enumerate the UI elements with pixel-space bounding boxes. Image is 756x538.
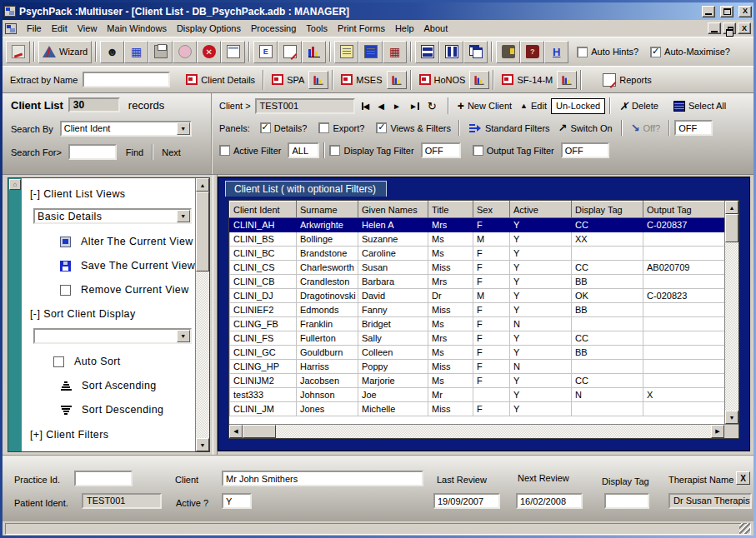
display-tag-filter-checkbox[interactable] <box>329 145 340 156</box>
table-row[interactable]: CLINI_CSCharlesworthSusanMissFYCCAB02070… <box>230 261 725 275</box>
mdi-system-icon[interactable] <box>5 23 17 34</box>
column-header[interactable]: Given Names <box>358 202 428 218</box>
card-view-button[interactable] <box>221 41 245 63</box>
client-button[interactable]: ☻ <box>100 41 124 63</box>
menu-display-options[interactable]: Display Options <box>172 22 246 35</box>
episode-button[interactable]: E <box>253 41 278 63</box>
search-by-dropdown-button[interactable]: ▼ <box>177 122 190 135</box>
sidebar-pin-button[interactable]: ⌂ <box>9 179 21 190</box>
sf14m-button[interactable]: SF-14-M <box>498 68 557 91</box>
current-client-field[interactable]: TEST001 <box>255 98 355 114</box>
view-combo-dropdown-button[interactable]: ▼ <box>177 210 190 222</box>
nav-next-button[interactable]: ► <box>393 102 401 111</box>
delete-client-button[interactable]: ✗Delete <box>615 98 663 114</box>
save-view-item[interactable]: Save The Current View <box>60 260 193 271</box>
auto-sort-item[interactable]: Auto Sort <box>53 356 193 367</box>
table-scroll-down-button[interactable]: ▼ <box>725 411 738 424</box>
client-name-input[interactable] <box>222 471 423 486</box>
wizard-button[interactable]: Wizard <box>38 41 92 63</box>
table-row[interactable]: CLINI_BSBollingeSuzanneMsMYXX <box>230 232 725 247</box>
demo-button[interactable] <box>496 41 520 63</box>
sort-descending-item[interactable]: Sort Descending <box>60 404 193 416</box>
nav-first-button[interactable]: ◀ <box>362 102 370 111</box>
table-scroll-left-button[interactable]: ◀ <box>229 425 243 438</box>
column-header[interactable]: Active <box>510 202 572 218</box>
menu-help[interactable]: Help <box>390 22 419 35</box>
nav-prev-button[interactable]: ◀ <box>378 102 384 111</box>
client-details-button[interactable]: Client Details <box>182 68 259 91</box>
table-vscroll-thumb[interactable] <box>725 214 738 242</box>
table-scroll-up-button[interactable]: ▲ <box>725 201 738 214</box>
mses-chart-button[interactable] <box>387 71 407 89</box>
alerts-button[interactable] <box>173 41 197 63</box>
menu-print-forms[interactable]: Print Forms <box>333 22 390 35</box>
client-list-views-section[interactable]: [-] Client List Views <box>30 188 193 200</box>
menu-processing[interactable]: Processing <box>246 22 301 35</box>
table-row[interactable]: CLING_HPHarrissPoppyMissFN <box>230 360 725 374</box>
cancel-button[interactable]: ✕ <box>197 41 221 63</box>
nav-last-button[interactable]: ► <box>409 102 419 111</box>
menu-main-windows[interactable]: Main Windows <box>102 22 172 35</box>
scroll-up-button[interactable]: ▲ <box>196 178 209 192</box>
next-button[interactable]: Next <box>158 146 185 159</box>
tile-horizontal-button[interactable] <box>415 41 439 63</box>
print-button[interactable] <box>148 41 173 63</box>
cascade-button[interactable] <box>463 41 488 63</box>
records-button[interactable] <box>358 41 383 63</box>
minimize-button[interactable] <box>702 6 715 17</box>
search-by-combo[interactable]: Client Ident ▼ <box>60 121 192 137</box>
search-for-input[interactable] <box>68 144 117 160</box>
table-row[interactable]: CLINIJM2JacobsenMarjorieMsFYCC <box>230 374 725 388</box>
display-tag-input[interactable] <box>604 493 649 509</box>
refresh-button[interactable]: ↻ <box>428 100 437 112</box>
edit-client-button[interactable]: ▲Edit <box>516 99 551 112</box>
notes-button[interactable] <box>334 41 358 63</box>
mses-button[interactable]: MSES <box>337 68 386 91</box>
active-filter-checkbox[interactable] <box>219 145 230 156</box>
column-header[interactable]: Title <box>428 202 473 218</box>
sort-combo-dropdown-button[interactable]: ▼ <box>177 330 190 342</box>
auto-hints-checkbox[interactable] <box>577 47 588 57</box>
table-row[interactable]: CLINI_FSFullertonSallyMrsFYCC <box>230 331 725 346</box>
find-button[interactable]: Find <box>122 146 148 159</box>
view-combo[interactable]: Basic Details ▼ <box>33 208 192 224</box>
mdi-close-button[interactable]: X <box>738 22 751 34</box>
table-row[interactable]: test333JohnsonJoeMrYNX <box>230 388 725 402</box>
menu-view[interactable]: View <box>73 22 103 35</box>
column-header[interactable]: Display Tag <box>572 202 643 218</box>
last-review-input[interactable] <box>433 493 500 509</box>
select-all-button[interactable]: Select All <box>669 99 730 113</box>
sf14m-chart-button[interactable] <box>557 71 577 89</box>
active-input[interactable] <box>222 493 252 509</box>
table-vertical-scrollbar[interactable]: ▲ ▼ <box>724 201 738 424</box>
extract-by-name-input[interactable] <box>83 72 170 87</box>
export-checkbox[interactable] <box>318 122 329 133</box>
spa-button[interactable]: SPA <box>268 68 308 91</box>
mdi-restore-button[interactable] <box>723 22 736 34</box>
column-header[interactable]: Sex <box>473 202 510 218</box>
client-list-tab[interactable]: Client List ( with optional Filters) <box>225 181 387 197</box>
calculator-button[interactable]: ▦ <box>383 41 407 63</box>
therapist-clear-button[interactable]: X <box>736 471 750 485</box>
menu-tools[interactable]: Tools <box>301 22 333 35</box>
sort-combo[interactable]: ▼ <box>33 328 192 344</box>
remove-view-item[interactable]: Remove Current View <box>60 284 193 296</box>
table-row[interactable]: CLINIEF2EdmondsFannyMissFYBB <box>230 303 725 317</box>
practice-id-input[interactable] <box>74 471 133 486</box>
table-row[interactable]: CLINI_AHArkwrighteHelen AMrsFYCCC-020837 <box>230 218 725 232</box>
scrollbar-thumb[interactable] <box>196 192 209 271</box>
help-book-button[interactable]: ? <box>520 41 544 63</box>
switch-off-button[interactable]: ↘Off? <box>627 120 665 136</box>
column-header[interactable]: Output Tag <box>643 202 725 218</box>
reports-button[interactable]: Reports <box>598 68 656 91</box>
app-icon[interactable] <box>4 6 16 17</box>
views-filters-checkbox[interactable] <box>376 122 387 133</box>
graph-button[interactable] <box>302 41 326 63</box>
next-review-input[interactable] <box>516 493 583 509</box>
menu-edit[interactable]: Edit <box>47 22 73 35</box>
table-row[interactable]: CLING_FBFranklinBridgetMsFN <box>230 317 725 331</box>
menu-about[interactable]: About <box>419 22 453 35</box>
table-row[interactable]: CLINI_DJDragotinovskiDavidDrMYOKC-020823 <box>230 289 725 303</box>
scroll-down-button[interactable]: ▼ <box>196 438 209 451</box>
alter-view-item[interactable]: Alter The Current View <box>60 236 193 247</box>
